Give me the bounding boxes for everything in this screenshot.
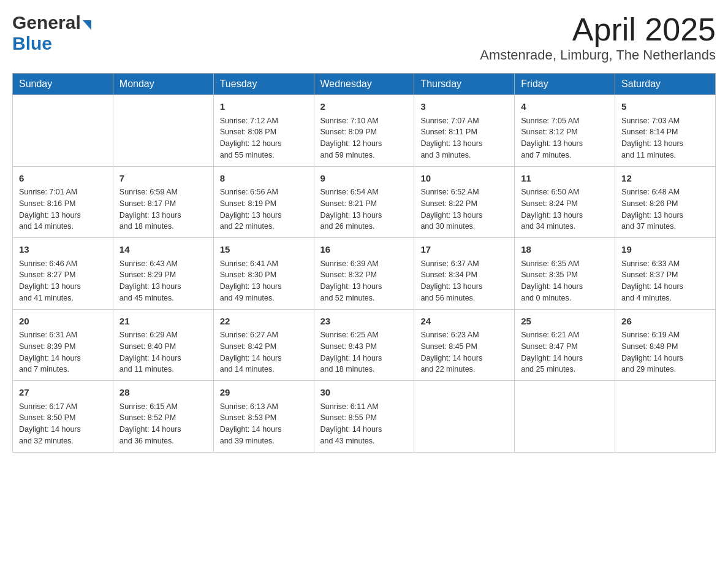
calendar-cell: 13Sunrise: 6:46 AM Sunset: 8:27 PM Dayli… bbox=[13, 238, 113, 310]
day-info: Sunrise: 6:29 AM Sunset: 8:40 PM Dayligh… bbox=[119, 329, 207, 375]
location-title: Amstenrade, Limburg, The Netherlands bbox=[480, 47, 716, 63]
day-info: Sunrise: 7:10 AM Sunset: 8:09 PM Dayligh… bbox=[320, 115, 408, 161]
month-title: April 2025 bbox=[480, 12, 716, 47]
day-info: Sunrise: 6:41 AM Sunset: 8:30 PM Dayligh… bbox=[220, 258, 308, 304]
calendar-cell: 23Sunrise: 6:25 AM Sunset: 8:43 PM Dayli… bbox=[314, 309, 414, 381]
column-header-thursday: Thursday bbox=[414, 74, 515, 95]
page-header: General Blue April 2025 Amstenrade, Limb… bbox=[12, 12, 716, 63]
day-number: 11 bbox=[521, 172, 609, 186]
day-number: 3 bbox=[420, 100, 508, 114]
calendar-cell: 17Sunrise: 6:37 AM Sunset: 8:34 PM Dayli… bbox=[414, 238, 515, 310]
day-info: Sunrise: 6:52 AM Sunset: 8:22 PM Dayligh… bbox=[420, 186, 508, 232]
day-info: Sunrise: 6:39 AM Sunset: 8:32 PM Dayligh… bbox=[320, 258, 408, 304]
calendar-cell: 14Sunrise: 6:43 AM Sunset: 8:29 PM Dayli… bbox=[113, 238, 213, 310]
calendar-cell: 29Sunrise: 6:13 AM Sunset: 8:53 PM Dayli… bbox=[213, 381, 314, 453]
column-header-wednesday: Wednesday bbox=[314, 74, 414, 95]
calendar-cell: 16Sunrise: 6:39 AM Sunset: 8:32 PM Dayli… bbox=[314, 238, 414, 310]
day-number: 14 bbox=[119, 243, 207, 257]
day-number: 18 bbox=[521, 243, 609, 257]
day-info: Sunrise: 6:43 AM Sunset: 8:29 PM Dayligh… bbox=[119, 258, 207, 304]
calendar-week-row: 20Sunrise: 6:31 AM Sunset: 8:39 PM Dayli… bbox=[13, 309, 716, 381]
day-number: 8 bbox=[220, 172, 308, 186]
calendar-week-row: 1Sunrise: 7:12 AM Sunset: 8:08 PM Daylig… bbox=[13, 95, 716, 167]
logo-general-text: General bbox=[12, 12, 81, 33]
logo-arrow-icon bbox=[83, 20, 91, 30]
day-info: Sunrise: 6:27 AM Sunset: 8:42 PM Dayligh… bbox=[220, 329, 308, 375]
column-header-monday: Monday bbox=[113, 74, 213, 95]
day-number: 4 bbox=[521, 100, 609, 114]
day-info: Sunrise: 6:35 AM Sunset: 8:35 PM Dayligh… bbox=[521, 258, 609, 304]
day-info: Sunrise: 6:17 AM Sunset: 8:50 PM Dayligh… bbox=[19, 401, 107, 447]
day-info: Sunrise: 6:19 AM Sunset: 8:48 PM Dayligh… bbox=[621, 329, 709, 375]
calendar-cell: 3Sunrise: 7:07 AM Sunset: 8:11 PM Daylig… bbox=[414, 95, 515, 167]
calendar-cell: 30Sunrise: 6:11 AM Sunset: 8:55 PM Dayli… bbox=[314, 381, 414, 453]
day-number: 19 bbox=[621, 243, 709, 257]
calendar-cell: 15Sunrise: 6:41 AM Sunset: 8:30 PM Dayli… bbox=[213, 238, 314, 310]
calendar-cell: 7Sunrise: 6:59 AM Sunset: 8:17 PM Daylig… bbox=[113, 166, 213, 238]
day-number: 27 bbox=[19, 386, 107, 400]
day-number: 30 bbox=[320, 386, 408, 400]
day-info: Sunrise: 6:21 AM Sunset: 8:47 PM Dayligh… bbox=[521, 329, 609, 375]
day-info: Sunrise: 7:01 AM Sunset: 8:16 PM Dayligh… bbox=[19, 186, 107, 232]
day-number: 7 bbox=[119, 172, 207, 186]
title-section: April 2025 Amstenrade, Limburg, The Neth… bbox=[480, 12, 716, 63]
day-number: 5 bbox=[621, 100, 709, 114]
calendar-cell: 8Sunrise: 6:56 AM Sunset: 8:19 PM Daylig… bbox=[213, 166, 314, 238]
day-number: 15 bbox=[220, 243, 308, 257]
calendar-cell: 20Sunrise: 6:31 AM Sunset: 8:39 PM Dayli… bbox=[13, 309, 113, 381]
day-info: Sunrise: 6:56 AM Sunset: 8:19 PM Dayligh… bbox=[220, 186, 308, 232]
day-info: Sunrise: 6:46 AM Sunset: 8:27 PM Dayligh… bbox=[19, 258, 107, 304]
calendar-cell: 27Sunrise: 6:17 AM Sunset: 8:50 PM Dayli… bbox=[13, 381, 113, 453]
day-info: Sunrise: 6:50 AM Sunset: 8:24 PM Dayligh… bbox=[521, 186, 609, 232]
day-number: 20 bbox=[19, 315, 107, 329]
calendar-cell: 5Sunrise: 7:03 AM Sunset: 8:14 PM Daylig… bbox=[615, 95, 716, 167]
column-header-sunday: Sunday bbox=[13, 74, 113, 95]
calendar-cell bbox=[515, 381, 615, 453]
day-number: 2 bbox=[320, 100, 408, 114]
column-header-friday: Friday bbox=[515, 74, 615, 95]
calendar-cell: 19Sunrise: 6:33 AM Sunset: 8:37 PM Dayli… bbox=[615, 238, 716, 310]
calendar-cell: 11Sunrise: 6:50 AM Sunset: 8:24 PM Dayli… bbox=[515, 166, 615, 238]
day-info: Sunrise: 6:37 AM Sunset: 8:34 PM Dayligh… bbox=[420, 258, 508, 304]
calendar-cell bbox=[414, 381, 515, 453]
day-info: Sunrise: 6:31 AM Sunset: 8:39 PM Dayligh… bbox=[19, 329, 107, 375]
day-info: Sunrise: 6:54 AM Sunset: 8:21 PM Dayligh… bbox=[320, 186, 408, 232]
day-number: 23 bbox=[320, 315, 408, 329]
calendar-cell: 28Sunrise: 6:15 AM Sunset: 8:52 PM Dayli… bbox=[113, 381, 213, 453]
column-header-saturday: Saturday bbox=[615, 74, 716, 95]
day-info: Sunrise: 6:48 AM Sunset: 8:26 PM Dayligh… bbox=[621, 186, 709, 232]
calendar-week-row: 6Sunrise: 7:01 AM Sunset: 8:16 PM Daylig… bbox=[13, 166, 716, 238]
day-number: 6 bbox=[19, 172, 107, 186]
day-info: Sunrise: 7:03 AM Sunset: 8:14 PM Dayligh… bbox=[621, 115, 709, 161]
day-number: 22 bbox=[220, 315, 308, 329]
day-info: Sunrise: 7:05 AM Sunset: 8:12 PM Dayligh… bbox=[521, 115, 609, 161]
day-number: 24 bbox=[420, 315, 508, 329]
day-number: 29 bbox=[220, 386, 308, 400]
day-number: 26 bbox=[621, 315, 709, 329]
calendar-cell: 24Sunrise: 6:23 AM Sunset: 8:45 PM Dayli… bbox=[414, 309, 515, 381]
day-number: 1 bbox=[220, 100, 308, 114]
day-info: Sunrise: 6:33 AM Sunset: 8:37 PM Dayligh… bbox=[621, 258, 709, 304]
day-number: 25 bbox=[521, 315, 609, 329]
calendar-cell: 2Sunrise: 7:10 AM Sunset: 8:09 PM Daylig… bbox=[314, 95, 414, 167]
calendar-header-row: SundayMondayTuesdayWednesdayThursdayFrid… bbox=[13, 74, 716, 95]
calendar-week-row: 13Sunrise: 6:46 AM Sunset: 8:27 PM Dayli… bbox=[13, 238, 716, 310]
calendar-cell: 10Sunrise: 6:52 AM Sunset: 8:22 PM Dayli… bbox=[414, 166, 515, 238]
day-info: Sunrise: 6:13 AM Sunset: 8:53 PM Dayligh… bbox=[220, 401, 308, 447]
calendar-cell bbox=[615, 381, 716, 453]
calendar-week-row: 27Sunrise: 6:17 AM Sunset: 8:50 PM Dayli… bbox=[13, 381, 716, 453]
calendar-cell: 21Sunrise: 6:29 AM Sunset: 8:40 PM Dayli… bbox=[113, 309, 213, 381]
day-number: 21 bbox=[119, 315, 207, 329]
calendar-cell: 1Sunrise: 7:12 AM Sunset: 8:08 PM Daylig… bbox=[213, 95, 314, 167]
logo: General Blue bbox=[12, 12, 91, 54]
calendar-cell: 9Sunrise: 6:54 AM Sunset: 8:21 PM Daylig… bbox=[314, 166, 414, 238]
day-number: 17 bbox=[420, 243, 508, 257]
day-info: Sunrise: 6:23 AM Sunset: 8:45 PM Dayligh… bbox=[420, 329, 508, 375]
day-number: 10 bbox=[420, 172, 508, 186]
day-info: Sunrise: 6:11 AM Sunset: 8:55 PM Dayligh… bbox=[320, 401, 408, 447]
day-number: 16 bbox=[320, 243, 408, 257]
day-info: Sunrise: 6:25 AM Sunset: 8:43 PM Dayligh… bbox=[320, 329, 408, 375]
calendar-cell: 26Sunrise: 6:19 AM Sunset: 8:48 PM Dayli… bbox=[615, 309, 716, 381]
day-number: 9 bbox=[320, 172, 408, 186]
calendar-cell: 12Sunrise: 6:48 AM Sunset: 8:26 PM Dayli… bbox=[615, 166, 716, 238]
